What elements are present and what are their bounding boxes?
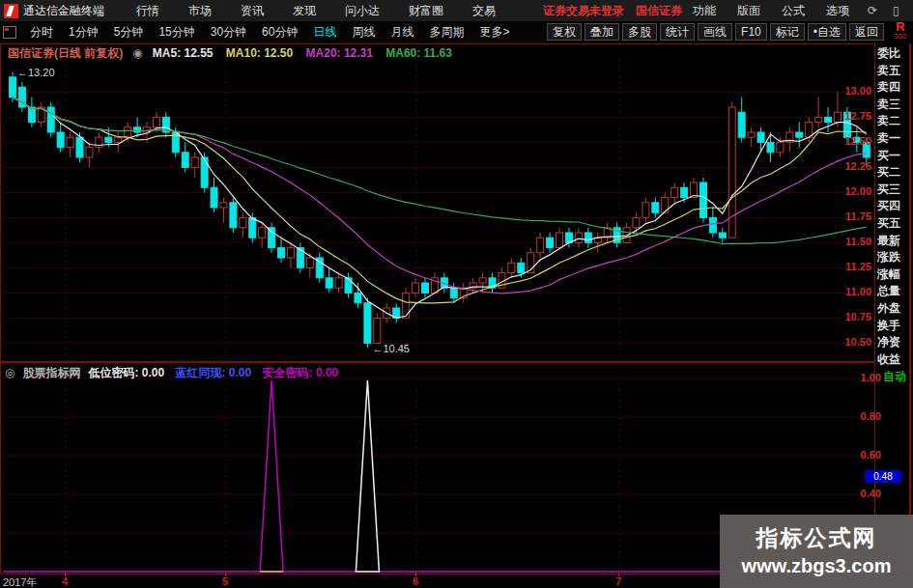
candle-body <box>105 137 112 142</box>
candle-body <box>345 278 352 294</box>
menu-item-5[interactable]: 财富圈 <box>394 3 458 19</box>
mobile-icon[interactable]: ▯ <box>885 4 907 17</box>
watermark-url: www.zbgs3.com <box>720 555 913 577</box>
candle-body <box>777 142 784 152</box>
menu-item-2[interactable]: 资讯 <box>226 3 278 19</box>
period-tab-5[interactable]: 60分钟 <box>254 24 305 41</box>
price-tick-1: 12.75 <box>825 110 871 122</box>
period-tab-2[interactable]: 5分钟 <box>106 24 152 41</box>
candle-body <box>240 217 246 227</box>
candle-body <box>278 248 285 258</box>
price-tick-0: 13.00 <box>825 85 871 97</box>
collapse-icon[interactable]: ◉ <box>132 46 142 60</box>
candle-body <box>681 187 688 197</box>
toolbar-button-4[interactable]: 画线 <box>698 23 732 41</box>
candle-body <box>86 148 93 157</box>
candle-body <box>182 153 188 168</box>
period-tab-6[interactable]: 日线 <box>305 24 344 41</box>
menu-item-6[interactable]: 交易 <box>458 3 510 19</box>
indicator-labels: 低位密码: 0.00 蓝红同现: 0.00 安全密码: 0.00 <box>88 366 346 379</box>
toolbar-right: 复权叠加多股统计画线F10标记•自选返回 R 300 <box>544 22 913 42</box>
quote-row-14: 总量 <box>875 283 909 300</box>
period-tab-7[interactable]: 周线 <box>344 24 383 41</box>
menu-right-item-0[interactable]: 功能 <box>682 3 727 19</box>
quote-row-16: 换手 <box>875 318 909 335</box>
toolbar-button-8[interactable]: 返回 <box>849 23 884 41</box>
month-label-3: 7 <box>615 575 621 587</box>
candle-body <box>699 182 706 217</box>
candle-body <box>374 318 381 343</box>
candle-body <box>652 203 659 212</box>
candle-body <box>47 107 54 132</box>
period-tab-0[interactable]: 分时 <box>22 24 61 41</box>
quote-row-2: 卖四 <box>875 79 909 97</box>
toolbar-button-3[interactable]: 统计 <box>660 23 695 41</box>
indicator-tick-3: 0.40 <box>835 488 881 499</box>
candle-body <box>249 217 256 238</box>
toolbar-button-2[interactable]: 多股 <box>622 23 657 41</box>
toolbar-button-0[interactable]: 复权 <box>547 23 582 41</box>
ma-label-1: MA10: 12.50 <box>226 46 297 60</box>
quote-row-7: 买二 <box>875 164 909 182</box>
price-tick-2: 12.50 <box>825 135 871 147</box>
period-tab-4[interactable]: 30分钟 <box>203 24 254 41</box>
menu-items: 行情市场资讯发现问小达财富圈交易 <box>122 3 510 19</box>
quote-row-0: 委比 <box>875 45 909 63</box>
app-title: 通达信金融终端 <box>23 3 104 19</box>
candle-body <box>201 157 208 187</box>
toolbar-button-1[interactable]: 叠加 <box>585 23 619 41</box>
broker-name: 国信证券 <box>636 3 682 19</box>
indicator-collapse-icon[interactable]: ◎ <box>5 366 14 379</box>
period-tab-8[interactable]: 月线 <box>383 24 421 41</box>
menu-item-3[interactable]: 发现 <box>278 3 330 19</box>
candle-body <box>450 288 457 297</box>
menu-icons: ⟳▯✉ <box>860 4 913 17</box>
app-logo-icon <box>4 4 18 18</box>
indicator-tick-1: 0.80 <box>835 410 881 422</box>
period-tab-3[interactable]: 15分钟 <box>151 24 202 41</box>
menu-item-1[interactable]: 市场 <box>174 3 226 19</box>
menu-right-item-3[interactable]: 选项 <box>815 3 860 19</box>
candle-body <box>306 258 313 267</box>
ma-label-0: MA5: 12.55 <box>153 46 216 60</box>
quote-row-17: 净资 <box>875 334 909 351</box>
candle-body <box>125 127 131 137</box>
candle-body <box>259 228 266 238</box>
candle-body <box>633 217 640 227</box>
quote-row-15: 外盘 <box>875 300 909 318</box>
candle-body <box>28 107 35 123</box>
login-warning: 证券交易未登录 <box>543 3 624 19</box>
candle-body <box>556 233 563 248</box>
menu-item-4[interactable]: 问小达 <box>330 3 394 19</box>
period-tab-9[interactable]: 多周期 <box>421 24 471 41</box>
year-label: 2017年 <box>3 575 37 588</box>
toolbar-button-6[interactable]: 标记 <box>770 23 805 41</box>
toolbar-button-5[interactable]: F10 <box>735 23 767 41</box>
menu-item-0[interactable]: 行情 <box>122 3 174 19</box>
corner-marker-sub: 300 <box>888 32 913 42</box>
refresh-icon[interactable]: ⟳ <box>860 4 885 17</box>
menu-right-item-1[interactable]: 版面 <box>727 3 771 19</box>
candle-body <box>230 203 237 228</box>
month-label-2: 6 <box>413 575 418 587</box>
period-tab-1[interactable]: 1分钟 <box>61 24 106 41</box>
candle-body <box>115 137 122 142</box>
indicator-spike <box>260 380 283 572</box>
quote-row-10: 买五 <box>875 215 909 233</box>
indicator-source: 股票指标网 <box>22 366 80 379</box>
quote-row-12: 涨跌 <box>875 249 909 266</box>
menu-right-item-2[interactable]: 公式 <box>771 3 815 19</box>
indicator-spike <box>356 380 379 572</box>
mail-icon[interactable]: ✉ <box>907 4 913 17</box>
toolbar-button-7[interactable]: •自选 <box>808 23 846 41</box>
candle-body <box>748 132 755 137</box>
menubar: 通达信金融终端 行情市场资讯发现问小达财富圈交易 证券交易未登录 国信证券 功能… <box>0 0 913 21</box>
candlestick-chart-panel[interactable]: ←13.20←10.45 <box>0 43 875 362</box>
corner-marker: R 300 <box>888 22 913 42</box>
candle-body <box>413 283 419 293</box>
menu-right-items: 功能版面公式选项 <box>682 3 860 19</box>
candle-body <box>10 77 16 98</box>
auto-scale-toggle[interactable]: 自动 <box>883 369 906 385</box>
period-tab-10[interactable]: 更多> <box>471 24 517 41</box>
window-icon[interactable] <box>3 26 16 39</box>
